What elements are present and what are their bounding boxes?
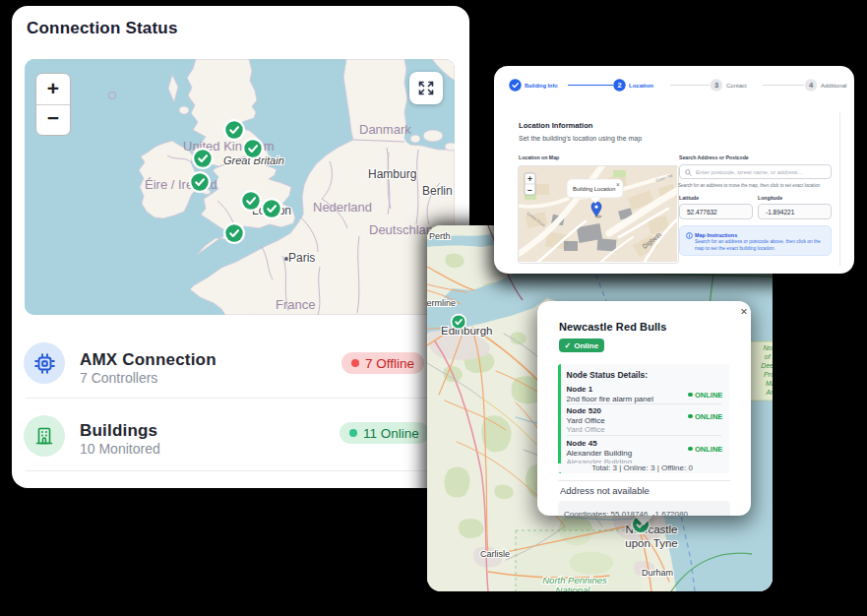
svg-text:upon Tyne: upon Tyne xyxy=(625,537,678,549)
svg-text:Are: Are xyxy=(766,389,773,396)
svg-text:National: National xyxy=(556,585,591,591)
svg-text:Hamburg: Hamburg xyxy=(368,167,416,181)
svg-text:Carlisle: Carlisle xyxy=(480,549,510,559)
svg-text:3: 3 xyxy=(714,81,718,90)
svg-text:−: − xyxy=(527,185,532,195)
svg-text:Durham: Durham xyxy=(642,568,673,578)
svg-text:Berlin: Berlin xyxy=(422,184,453,198)
svg-text:Perth: Perth xyxy=(429,231,451,241)
svg-text:Additional: Additional xyxy=(821,83,846,89)
svg-text:France: France xyxy=(276,297,315,312)
svg-text:Edinburgh: Edinburgh xyxy=(441,325,492,337)
svg-text:Danmark: Danmark xyxy=(359,122,411,137)
svg-text:Nederland: Nederland xyxy=(313,200,372,215)
svg-text:Protec: Protec xyxy=(764,371,773,378)
svg-text:Building Info: Building Info xyxy=(525,83,558,89)
svg-text:fermline: fermline xyxy=(427,298,456,308)
svg-text:Building Location: Building Location xyxy=(573,186,615,192)
svg-text:+: + xyxy=(527,174,532,184)
svg-text:Location: Location xyxy=(629,83,653,89)
svg-text:North: North xyxy=(763,344,773,351)
svg-text:Deep H: Deep H xyxy=(761,362,773,370)
svg-text:Contact: Contact xyxy=(726,83,747,89)
svg-text:×: × xyxy=(616,181,620,188)
svg-text:of Far: of Far xyxy=(765,353,773,360)
svg-text:2: 2 xyxy=(617,81,621,90)
svg-text:Paris: Paris xyxy=(288,251,315,265)
svg-text:Mar: Mar xyxy=(766,380,773,387)
